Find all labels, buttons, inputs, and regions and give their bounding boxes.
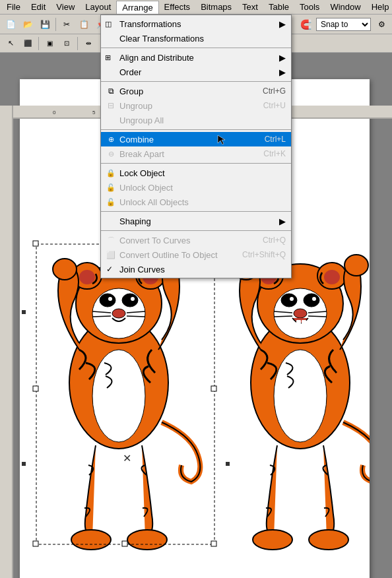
svg-rect-64	[22, 310, 26, 314]
menu-lock-object[interactable]: 🔒 Lock Object	[101, 166, 291, 180]
svg-point-22	[112, 309, 125, 318]
outline-icon: ⬜	[104, 251, 118, 259]
group-btn[interactable]: ▣	[42, 36, 57, 51]
tool-align-left[interactable]: ⬛	[20, 36, 36, 51]
svg-point-11	[92, 350, 145, 442]
cursor-icon	[216, 134, 226, 144]
svg-point-18	[100, 294, 115, 307]
svg-point-29	[71, 530, 111, 550]
order-label: Order	[119, 67, 141, 77]
group-shortcut: Ctrl+G	[243, 86, 286, 96]
snap-settings-icon[interactable]: ⚙	[374, 16, 389, 32]
svg-text:✕: ✕	[123, 453, 131, 464]
menu-text[interactable]: Text	[237, 1, 263, 13]
menu-order[interactable]: Order ▶	[101, 65, 291, 79]
convert-curves-label: Convert To Curves	[119, 236, 190, 245]
break-icon: ⊖	[104, 150, 118, 158]
menu-convert-outline[interactable]: ⬜ Convert Outline To Object Ctrl+Shift+Q	[101, 247, 291, 262]
menu-join-curves[interactable]: Join Curves	[101, 262, 291, 276]
outline-shortcut: Ctrl+Shift+Q	[222, 250, 286, 259]
menu-group[interactable]: ⧉ Group Ctrl+G	[101, 84, 291, 98]
align-distribute-btn[interactable]: ⇹	[81, 36, 96, 51]
menu-transformations[interactable]: ◫ Transformations ▶	[101, 16, 291, 31]
shaping-arrow-icon: ▶	[273, 216, 286, 226]
svg-rect-61	[122, 541, 127, 546]
svg-rect-65	[22, 462, 26, 466]
unlock-icon: 🔓	[104, 183, 118, 192]
transformations-label: Transformations	[119, 19, 181, 29]
svg-point-38	[324, 270, 340, 284]
menu-shaping[interactable]: Shaping ▶	[101, 214, 291, 228]
ungroup-shortcut: Ctrl+U	[244, 101, 286, 110]
menu-effects[interactable]: Effects	[159, 1, 196, 13]
snap-select[interactable]: Snap to Grid Guidelines Objects	[316, 18, 371, 31]
tool-select[interactable]: ↖	[3, 36, 18, 51]
menu-unlock-object[interactable]: 🔓 Unlock Object	[101, 180, 291, 195]
clear-transformations-label: Clear Transformations	[119, 34, 204, 44]
menu-help[interactable]: Help	[366, 1, 392, 13]
join-curves-label: Join Curves	[119, 265, 165, 274]
new-button[interactable]: 📄	[3, 16, 18, 32]
save-button[interactable]: 💾	[37, 16, 53, 32]
ungroup-icon: ⊟	[104, 101, 118, 110]
convert-outline-label: Convert Outline To Object	[119, 250, 218, 260]
svg-point-41	[290, 297, 294, 301]
ungroup-all-label: Ungroup All	[119, 115, 164, 125]
svg-point-42	[312, 297, 316, 301]
svg-line-26	[127, 316, 145, 317]
curves-shortcut: Ctrl+Q	[243, 236, 286, 245]
menu-edit[interactable]: Edit	[26, 1, 51, 13]
curves-icon: ⌒	[104, 236, 118, 245]
svg-line-49	[308, 316, 327, 317]
sep1	[101, 48, 291, 48]
menu-table[interactable]: Table	[263, 1, 294, 13]
combine-icon: ⊕	[104, 135, 118, 144]
unlock-all-icon: 🔓	[104, 198, 118, 207]
menu-view[interactable]: View	[51, 1, 80, 13]
svg-point-39	[281, 294, 297, 307]
svg-point-21	[131, 297, 135, 301]
lock-icon: 🔒	[104, 169, 118, 177]
menu-convert-curves[interactable]: ⌒ Convert To Curves Ctrl+Q	[101, 233, 291, 247]
svg-point-53	[309, 530, 348, 550]
svg-point-32	[274, 350, 327, 442]
cut-button[interactable]: ✂	[59, 16, 75, 32]
menu-ungroup[interactable]: ⊟ Ungroup Ctrl+U	[101, 98, 291, 113]
copy-button[interactable]: 📋	[76, 16, 92, 32]
menu-break-apart[interactable]: ⊖ Break Apart Ctrl+K	[101, 146, 291, 161]
menu-ungroup-all[interactable]: Ungroup All	[101, 113, 291, 127]
menu-layout[interactable]: Layout	[80, 1, 116, 13]
menu-arrange[interactable]: Arrange	[116, 1, 158, 14]
svg-rect-45	[302, 320, 306, 325]
ungroup-label: Ungroup	[119, 101, 152, 111]
sep4	[101, 163, 291, 164]
align-icon: ⊞	[105, 53, 111, 62]
svg-point-16	[79, 270, 95, 284]
break-shortcut: Ctrl+K	[244, 149, 286, 158]
snap-magnet-icon[interactable]: 🧲	[298, 16, 313, 32]
svg-point-27	[53, 259, 77, 280]
menu-tools[interactable]: Tools	[294, 1, 325, 13]
svg-point-19	[122, 294, 138, 307]
combine-shortcut: Ctrl+L	[245, 135, 286, 144]
arrange-dropdown-menu: ◫ Transformations ▶ Clear Transformation…	[100, 15, 292, 278]
sep6	[101, 230, 291, 231]
unlock-all-label: Unlock All Objects	[119, 197, 189, 207]
open-button[interactable]: 📂	[20, 16, 36, 32]
menu-align-distribute[interactable]: ⊞ Align and Distribute ▶	[101, 50, 291, 65]
menu-combine[interactable]: ⊕ Combine Ctrl+L	[101, 132, 291, 146]
svg-rect-8	[0, 106, 13, 578]
svg-text:5: 5	[92, 110, 96, 115]
ungroup-btn[interactable]: ⊡	[59, 36, 75, 51]
svg-point-30	[127, 530, 167, 550]
sep3	[101, 129, 291, 130]
menubar: File Edit View Layout Arrange Effects Bi…	[0, 0, 392, 15]
menu-clear-transformations[interactable]: Clear Transformations	[101, 31, 291, 46]
menu-window[interactable]: Window	[325, 1, 366, 13]
menu-file[interactable]: File	[1, 1, 26, 13]
menu-unlock-all[interactable]: 🔓 Unlock All Objects	[101, 195, 291, 209]
align-distribute-label: Align and Distribute	[119, 53, 194, 63]
menu-bitmaps[interactable]: Bitmaps	[195, 1, 237, 13]
svg-rect-62	[211, 541, 216, 546]
arrow-icon: ▶	[273, 19, 286, 29]
